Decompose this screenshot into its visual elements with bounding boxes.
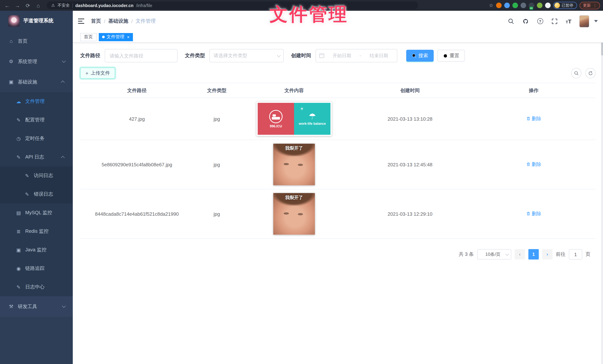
menu-icon: ⚒ xyxy=(8,304,14,309)
url-path: /infra/file xyxy=(136,3,152,8)
file-preview-baby-meme[interactable]: 我裂开了 xyxy=(273,193,315,235)
menu-icon: ✎ xyxy=(16,284,22,290)
help-icon[interactable]: ? xyxy=(537,18,543,24)
extension-puzzle-icon[interactable] xyxy=(545,3,550,8)
extension-dark-on-icon[interactable]: on xyxy=(529,3,534,8)
file-path-input[interactable] xyxy=(105,49,177,62)
sidebar-item-scheduled-tasks[interactable]: ◷ 定时任务 xyxy=(0,129,73,148)
cell-actions: 删除 xyxy=(472,140,596,189)
col-file-type: 文件类型 xyxy=(194,83,240,98)
extension-blue-grid-icon[interactable] xyxy=(520,3,526,8)
upload-file-button[interactable]: + 上传文件 xyxy=(80,68,115,79)
page-1-button[interactable]: 1 xyxy=(528,249,539,260)
page-size-select[interactable]: 10条/页 xyxy=(477,249,511,260)
search-button[interactable]: 搜索 xyxy=(406,50,434,62)
goto-page-input[interactable] xyxy=(569,249,582,260)
plus-icon: + xyxy=(85,70,88,76)
sidebar-item-error-logs[interactable]: ✎ 错误日志 xyxy=(0,185,73,204)
menu-icon: ◷ xyxy=(16,136,22,141)
date-range-picker[interactable]: 开始日期 - 结束日期 xyxy=(316,49,397,62)
breadcrumb-infrastructure[interactable]: 基础设施 xyxy=(108,18,128,24)
url-host: dashboard.yudao.iocoder.cn xyxy=(75,3,133,8)
sidebar-item-api-logs[interactable]: ✎ API 日志 xyxy=(0,148,73,166)
next-page-button[interactable]: › xyxy=(542,249,553,260)
sidebar-item-config-management[interactable]: ✎ 配置管理 xyxy=(0,111,73,129)
sidebar-item-system-management[interactable]: ⚙ 系统管理 xyxy=(0,51,73,72)
cell-file-path: 5e8609290e915c4fa8b08e67.jpg xyxy=(80,140,194,189)
cell-created-time: 2021-03-13 13:10:28 xyxy=(348,98,472,140)
tags-view-bar: 首页 文件管理 × xyxy=(73,32,603,43)
tab-file-management[interactable]: 文件管理 × xyxy=(99,33,133,41)
github-icon[interactable] xyxy=(522,18,529,24)
sidebar-item-dev-tools[interactable]: ⚒ 研发工具 xyxy=(0,296,73,317)
toggle-search-button[interactable] xyxy=(571,68,581,78)
delete-button[interactable]: 删除 xyxy=(526,115,541,122)
sidebar-item-home[interactable]: ⌂ 首页 xyxy=(0,31,73,51)
extension-green-leaf-icon[interactable] xyxy=(537,3,542,8)
tab-close-icon[interactable]: × xyxy=(127,34,130,40)
file-preview-baby-meme[interactable]: 我裂开了 xyxy=(273,144,315,185)
chrome-update-button[interactable]: 更新 ⋮ xyxy=(580,2,600,9)
menu-icon: ▣ xyxy=(8,79,14,85)
table-row: 8448cada8c714e4ab61f521c8da21990 jpg 我裂开… xyxy=(80,189,596,239)
tab-home[interactable]: 首页 xyxy=(80,33,96,41)
file-preview-996-banner[interactable]: 996.ICU ☀ ☂ work-life balance xyxy=(256,102,332,136)
sidebar-collapse-icon[interactable] xyxy=(78,19,84,24)
sidebar-item-link-tracing[interactable]: ◉ 链路追踪 xyxy=(0,259,73,278)
page-unit-label: 页 xyxy=(586,251,590,258)
sidebar-item-access-logs[interactable]: ✎ 访问日志 xyxy=(0,166,73,185)
trash-icon xyxy=(526,162,531,167)
font-size-icon[interactable]: TT xyxy=(566,18,571,24)
sidebar-item-mysql-monitor[interactable]: ▤ MySQL 监控 xyxy=(0,204,73,222)
banner-right-worklife: ☀ ☂ work-life balance xyxy=(294,103,330,135)
browser-reload-icon[interactable]: ⟳ xyxy=(24,2,32,8)
col-file-path: 文件路径 xyxy=(80,83,194,98)
sidebar-menu: ⌂ 首页 ⚙ 系统管理 ▣ 基础设施 ☁ 文件管理 ✎ 配置管理 ◷ 定时任务 … xyxy=(0,31,73,364)
file-type-select[interactable]: 请选择文件类型 xyxy=(209,49,284,62)
profile-paused-badge[interactable]: 已暂停 xyxy=(553,2,577,9)
app-logo-row[interactable]: 芋道管理系统 xyxy=(0,11,73,31)
security-label[interactable]: 不安全 xyxy=(58,3,70,8)
paused-label: 已暂停 xyxy=(562,3,573,8)
delete-button[interactable]: 删除 xyxy=(526,161,541,168)
browser-home-icon[interactable]: ⌂ xyxy=(34,2,42,8)
prev-page-button[interactable]: ‹ xyxy=(515,249,525,260)
date-end-placeholder: 结束日期 xyxy=(364,53,394,59)
bookmark-star-icon[interactable]: ☆ xyxy=(489,3,493,8)
cell-file-path: 8448cada8c714e4ab61f521c8da21990 xyxy=(80,189,194,239)
col-file-content: 文件内容 xyxy=(240,83,348,98)
browser-back-icon[interactable]: ← xyxy=(3,2,11,8)
breadcrumb-separator: / xyxy=(104,18,105,24)
user-avatar[interactable] xyxy=(579,15,589,27)
browser-scrollbar[interactable] xyxy=(601,11,603,364)
breadcrumb-home[interactable]: 首页 xyxy=(91,18,101,24)
user-menu-caret-icon[interactable] xyxy=(594,20,598,22)
fullscreen-icon[interactable] xyxy=(551,18,558,24)
sidebar-item-java-monitor[interactable]: ▣ Java 监控 xyxy=(0,240,73,259)
beach-umbrella-icon: ☂ xyxy=(309,112,316,120)
sidebar-item-redis-monitor[interactable]: ≣ Redis 监控 xyxy=(0,222,73,240)
reset-button[interactable]: 重置 xyxy=(437,50,465,62)
browser-menu-icon[interactable]: ⋮ xyxy=(593,5,597,6)
extension-blue-drop-icon[interactable] xyxy=(504,3,510,8)
cell-file-type: jpg xyxy=(194,98,240,140)
calendar-icon xyxy=(319,54,324,58)
sidebar-item-log-center[interactable]: ✎ 日志中心 xyxy=(0,278,73,296)
browser-forward-icon[interactable]: → xyxy=(13,2,22,8)
chevron-icon xyxy=(61,156,65,159)
sidebar-item-infrastructure[interactable]: ▣ 基础设施 xyxy=(0,72,73,92)
sidebar-item-file-management[interactable]: ☁ 文件管理 xyxy=(0,92,73,111)
menu-icon: ✎ xyxy=(24,191,30,197)
address-bar[interactable]: ⚠ 不安全 dashboard.yudao.iocoder.cn /infra/… xyxy=(47,1,418,9)
pagination-total: 共 3 条 xyxy=(459,251,474,258)
delete-button[interactable]: 删除 xyxy=(526,210,541,217)
extension-green-circle-icon[interactable] xyxy=(512,3,518,8)
header-search-icon[interactable] xyxy=(508,18,514,24)
table-row: 5e8609290e915c4fa8b08e67.jpg jpg 我裂开了 20… xyxy=(80,140,596,189)
refresh-table-button[interactable] xyxy=(585,68,596,78)
annotation-overlay-title: 文件管理 xyxy=(270,2,348,27)
menu-icon: ▣ xyxy=(16,247,22,253)
extension-orange-gear-icon[interactable] xyxy=(496,3,501,8)
chevron-down-icon xyxy=(277,53,281,57)
menu-icon: ⚙ xyxy=(8,59,14,64)
